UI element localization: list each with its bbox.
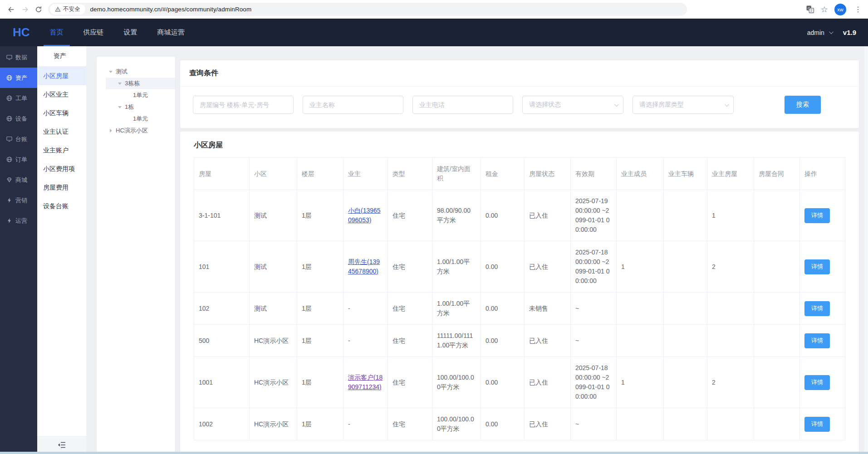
- filter-input[interactable]: [193, 96, 294, 114]
- top-nav-item[interactable]: 首页: [40, 19, 74, 46]
- column-header: 类型: [388, 158, 432, 190]
- detail-button[interactable]: 详情: [804, 208, 830, 223]
- filter-select[interactable]: 请选择房屋类型: [633, 96, 734, 114]
- column-header: 房屋状态: [525, 158, 571, 190]
- detail-button[interactable]: 详情: [804, 417, 830, 432]
- search-button[interactable]: 搜索: [785, 96, 821, 114]
- column-header: 房屋: [194, 158, 250, 190]
- sidebar-item[interactable]: 工单: [0, 88, 37, 108]
- submenu-item[interactable]: 小区房屋: [37, 67, 86, 85]
- submenu-item[interactable]: 业主认证: [37, 122, 86, 141]
- tree-caret-icon[interactable]: [118, 105, 122, 109]
- user-menu[interactable]: admin: [807, 29, 824, 36]
- tree-caret-icon[interactable]: [108, 69, 113, 74]
- tree-node[interactable]: 1单元: [106, 113, 175, 125]
- top-nav-item[interactable]: 商城运营: [147, 19, 195, 46]
- top-nav-item[interactable]: 设置: [114, 19, 147, 46]
- cell-area: 1.00/1.00平方米: [432, 293, 481, 325]
- owner-link[interactable]: 周先生(13945678900): [348, 258, 380, 275]
- cell-type: 住宅: [388, 325, 432, 357]
- sidebar-item[interactable]: 台账: [0, 129, 37, 149]
- sidebar-item[interactable]: 数据: [0, 47, 37, 68]
- cell-type: 住宅: [388, 408, 432, 440]
- column-header: 业主成员: [617, 158, 664, 190]
- submenu-item[interactable]: 小区费用项: [37, 160, 86, 178]
- cell-rent: 0.00: [481, 357, 525, 408]
- top-nav-item-label: 首页: [50, 28, 64, 37]
- sidebar-item[interactable]: 订单: [0, 149, 37, 170]
- filter-select[interactable]: 请选择状态: [522, 96, 623, 114]
- detail-button[interactable]: 详情: [804, 375, 830, 390]
- browser-menu-icon[interactable]: ⋮: [853, 5, 863, 14]
- monitor-icon: [6, 54, 13, 61]
- submenu-item[interactable]: 房屋费用: [37, 178, 86, 197]
- cell-floor: 1层: [297, 408, 343, 440]
- filter-input[interactable]: [412, 96, 513, 114]
- cell-area: 11111.00/1111.00平方米: [432, 325, 481, 357]
- submenu-item[interactable]: 业主账户: [37, 141, 86, 160]
- cell-owner: -: [343, 408, 388, 440]
- sidebar-item[interactable]: 营销: [0, 190, 37, 210]
- cell-validity: 2025-07-18 00:00:00 ~2099-01-01 00:00:00: [571, 241, 617, 293]
- cell-floor: 1层: [297, 241, 343, 293]
- version-label: v1.9: [843, 29, 856, 36]
- top-nav-item-label: 供应链: [83, 28, 104, 37]
- detail-button[interactable]: 详情: [804, 301, 830, 316]
- cell-type: 住宅: [388, 293, 432, 325]
- page: 不安全 demo.homecommunity.cn/#/pages/commun…: [0, 0, 868, 454]
- reload-button[interactable]: [32, 3, 45, 16]
- cell-vehicles: [664, 293, 707, 325]
- top-nav-item[interactable]: 供应链: [74, 19, 114, 46]
- submenu-item[interactable]: 小区业主: [37, 85, 86, 104]
- sidebar-item-label: 资产: [15, 74, 27, 82]
- tree-node[interactable]: 测试: [106, 66, 175, 78]
- cell-area: 100.00/100.00平方米: [432, 357, 481, 408]
- submenu-header: 资产: [37, 46, 86, 67]
- top-nav: HC 首页 供应链 设置 商城运营 admin v1.9: [0, 19, 868, 46]
- submenu-item[interactable]: 小区车辆: [37, 104, 86, 122]
- browser-profile-avatar[interactable]: xw: [834, 4, 846, 15]
- tree-node[interactable]: 1单元: [106, 89, 175, 101]
- tree-node[interactable]: HC演示小区: [106, 125, 175, 137]
- warning-icon: [55, 6, 61, 12]
- horizontal-scrollbar[interactable]: [0, 452, 868, 454]
- sidebar-item-label: 订单: [15, 156, 27, 164]
- sidebar-item-label: 工单: [15, 94, 27, 103]
- bookmark-star-icon[interactable]: ☆: [821, 5, 828, 14]
- cell-owner: -: [343, 325, 388, 357]
- sidebar-item[interactable]: 设备: [0, 108, 37, 129]
- back-button[interactable]: [5, 3, 18, 16]
- table-row: 3-1-101 测试 1层 小白(13965096053) 住宅 98.00/9…: [194, 190, 845, 241]
- submenu-item[interactable]: 设备台账: [37, 197, 86, 215]
- translate-icon[interactable]: G 文: [806, 5, 814, 14]
- filter-input[interactable]: [303, 96, 403, 114]
- chevron-down-icon[interactable]: [829, 29, 834, 34]
- sidebar-item[interactable]: 商城: [0, 170, 37, 190]
- detail-button[interactable]: 详情: [804, 333, 830, 348]
- tree-node[interactable]: 3栋栋: [106, 78, 175, 89]
- forward-button[interactable]: [18, 3, 32, 16]
- vertical-scrollbar[interactable]: [864, 46, 868, 454]
- cell-houses: 1: [707, 190, 754, 241]
- cell-floor: 1层: [297, 293, 343, 325]
- query-card: 查询条件 请选择状态: [180, 60, 859, 128]
- cell-house: 102: [194, 293, 250, 325]
- sidebar-item[interactable]: 运营: [0, 210, 37, 231]
- collapse-menu-button[interactable]: [37, 436, 86, 454]
- detail-button[interactable]: 详情: [804, 259, 830, 274]
- tree-node[interactable]: 1栋: [106, 101, 175, 113]
- sidebar-item[interactable]: 资产: [0, 68, 37, 88]
- tree-caret-icon[interactable]: [118, 81, 122, 86]
- tree-node-label: HC演示小区: [116, 127, 148, 135]
- tree-caret-icon[interactable]: [108, 128, 113, 133]
- owner-link: -: [348, 305, 350, 312]
- cell-owner: -: [343, 293, 388, 325]
- security-chip[interactable]: 不安全: [50, 4, 85, 15]
- owner-link[interactable]: 演示客户(18909711234): [348, 374, 383, 391]
- main-sidebar: 数据 资产 工单 设备 台账: [0, 46, 37, 454]
- owner-link[interactable]: 小白(13965096053): [348, 207, 381, 224]
- address-bar[interactable]: 不安全 demo.homecommunity.cn/#/pages/commun…: [48, 3, 687, 16]
- table-row: 1001 HC演示小区 1层 演示客户(18909711234) 住宅 100.…: [194, 357, 845, 408]
- submenu-panel: 资产 小区房屋 小区业主 小区车辆 业主认证 业主账户: [37, 46, 86, 454]
- app-logo[interactable]: HC: [13, 25, 30, 39]
